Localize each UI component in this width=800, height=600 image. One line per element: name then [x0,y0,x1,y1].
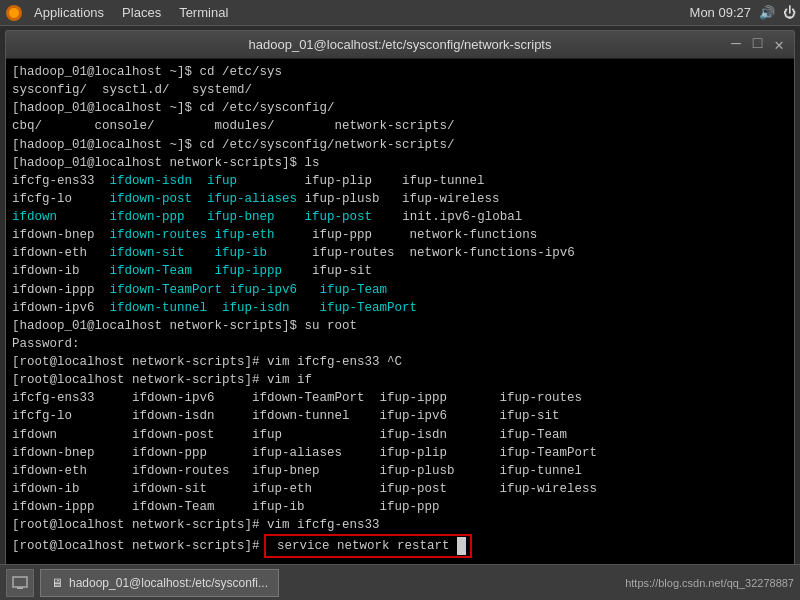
term-line-22: ifdown-bnep ifdown-ppp ifup-aliases ifup… [12,444,788,462]
menu-applications[interactable]: Applications [26,3,112,22]
term-line-2: sysconfig/ sysctl.d/ systemd/ [12,81,788,99]
term-line-14: ifdown-ipv6 ifdown-tunnel ifup-isdn ifup… [12,299,788,317]
taskbar: 🖥 hadoop_01@localhost:/etc/sysconfi... h… [0,564,800,600]
svg-rect-2 [13,577,27,587]
window-controls: — □ ✕ [727,35,788,55]
term-line-5: [hadoop_01@localhost ~]$ cd /etc/sysconf… [12,136,788,154]
svg-point-1 [9,8,19,18]
term-line-4: cbq/ console/ modules/ network-scripts/ [12,117,788,135]
app-label: hadoop_01@localhost:/etc/sysconfi... [69,576,268,590]
url-hint: https://blog.csdn.net/qq_32278887 [625,577,794,589]
maximize-button[interactable]: □ [749,35,767,55]
taskbar-terminal-app[interactable]: 🖥 hadoop_01@localhost:/etc/sysconfi... [40,569,279,597]
window-title: hadoop_01@localhost:/etc/sysconfig/netwo… [249,37,552,52]
volume-icon[interactable]: 🔊 [759,5,775,20]
menu-places[interactable]: Places [114,3,169,22]
menu-terminal[interactable]: Terminal [171,3,236,22]
term-line-11: ifdown-eth ifdown-sit ifup-ib ifup-route… [12,244,788,262]
os-icon [4,3,24,23]
term-line-19: ifcfg-ens33 ifdown-ipv6 ifdown-TeamPort … [12,389,788,407]
power-icon[interactable]: ⏻ [783,5,796,20]
term-line-7: ifcfg-ens33 ifdown-isdn ifup ifup-plip i… [12,172,788,190]
term-line-12: ifdown-ib ifdown-Team ifup-ippp ifup-sit [12,262,788,280]
cursor [457,537,466,555]
term-line-6: [hadoop_01@localhost network-scripts]$ l… [12,154,788,172]
show-desktop-button[interactable] [6,569,34,597]
close-button[interactable]: ✕ [770,35,788,55]
term-line-27: [root@localhost network-scripts]# servic… [12,534,788,558]
term-line-20: ifcfg-lo ifdown-isdn ifdown-tunnel ifup-… [12,407,788,425]
taskbar-url: https://blog.csdn.net/qq_32278887 [625,577,794,589]
term-line-24: ifdown-ib ifdown-sit ifup-eth ifup-post … [12,480,788,498]
term-line-17: [root@localhost network-scripts]# vim if… [12,353,788,371]
terminal-body[interactable]: [hadoop_01@localhost ~]$ cd /etc/sys sys… [6,59,794,569]
prompt-text: [root@localhost network-scripts]# [12,537,260,555]
term-line-18: [root@localhost network-scripts]# vim if [12,371,788,389]
term-line-1: [hadoop_01@localhost ~]$ cd /etc/sys [12,63,788,81]
terminal-icon: 🖥 [51,576,63,590]
term-line-25: ifdown-ippp ifdown-Team ifup-ib ifup-ppp [12,498,788,516]
svg-rect-3 [17,587,23,589]
terminal-window: hadoop_01@localhost:/etc/sysconfig/netwo… [5,30,795,570]
menu-bar: Applications Places Terminal Mon 09:27 🔊… [0,0,800,26]
term-line-9: ifdown ifdown-ppp ifup-bnep ifup-post in… [12,208,788,226]
term-line-23: ifdown-eth ifdown-routes ifup-bnep ifup-… [12,462,788,480]
term-line-16: Password: [12,335,788,353]
menu-right: Mon 09:27 🔊 ⏻ [690,5,796,20]
term-line-26: [root@localhost network-scripts]# vim if… [12,516,788,534]
term-line-15: [hadoop_01@localhost network-scripts]$ s… [12,317,788,335]
term-line-13: ifdown-ippp ifdown-TeamPort ifup-ipv6 if… [12,281,788,299]
command-highlight: service network restart [264,534,473,558]
clock: Mon 09:27 [690,5,751,20]
title-bar: hadoop_01@localhost:/etc/sysconfig/netwo… [6,31,794,59]
term-line-10: ifdown-bnep ifdown-routes ifup-eth ifup-… [12,226,788,244]
term-line-3: [hadoop_01@localhost ~]$ cd /etc/sysconf… [12,99,788,117]
term-line-8: ifcfg-lo ifdown-post ifup-aliases ifup-p… [12,190,788,208]
minimize-button[interactable]: — [727,35,745,55]
term-line-21: ifdown ifdown-post ifup ifup-isdn ifup-T… [12,426,788,444]
command-text: service network restart [270,537,458,555]
